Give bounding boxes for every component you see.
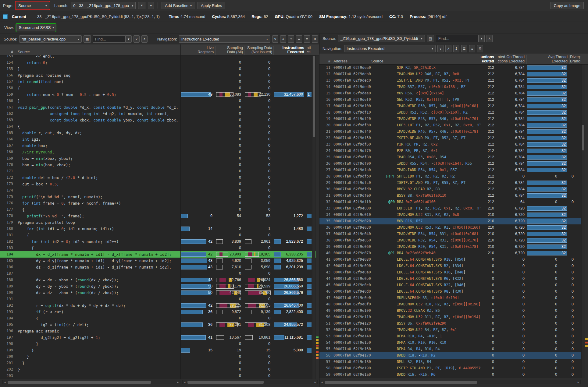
- sass-row[interactable]: 2700007fa0 62f9dfa0IMAD.IADD R54, R54, 0…: [319, 167, 588, 173]
- view-layout-button[interactable]: ▤: [84, 35, 91, 43]
- right-nav-prev-button[interactable]: ∧: [445, 45, 451, 52]
- column-header-predicated-cut[interactable]: aticti: [307, 46, 312, 54]
- source-row[interactable]: 196#pragma acc atomic: [0, 328, 319, 334]
- source-row[interactable]: 179#pragma acc parallel loop: [0, 219, 319, 226]
- source-row[interactable]: 175 printf("\n %d %d ", nconf, numatm);0…: [0, 194, 319, 200]
- sass-row[interactable]: 3700007fa0 62f9e040IMAD.WIDE R34, R54, R…: [319, 231, 588, 237]
- source-row[interactable]: 162 unsigned long long int *d_g2, int nu…: [0, 111, 319, 117]
- sass-row[interactable]: 3400007fa0 62f9e010IMAD.MOV.U32 R31, RZ,…: [319, 212, 588, 218]
- sass-row[interactable]: 4200007fa0 62f9e090LDG.E.64.CONSTANT.SYS…: [319, 263, 588, 269]
- source-row[interactable]: 176 for (int frame = 0; frame < nconf; f…: [0, 200, 319, 206]
- right-hscrollbar[interactable]: ◂ ▸: [319, 380, 581, 384]
- apply-rules-button[interactable]: Apply Rules: [198, 2, 225, 9]
- source-row[interactable]: 172 double del = box / (2.0 * d_bin);00: [0, 174, 319, 181]
- sass-row[interactable]: 4100007fa0 62f9e080LDG.E.64.CONSTANT.SYS…: [319, 256, 588, 263]
- sass-row[interactable]: 5600007fa0 62f9e170DADD R18, -R18, R2000…: [319, 352, 588, 359]
- sass-row[interactable]: 2800007fa0 62f9dfb0@!PT SHFL.IDX PT, RZ,…: [319, 173, 588, 180]
- left-nav-next-button[interactable]: ∨: [272, 35, 278, 43]
- sass-row[interactable]: 1700007fa0 62f9df00IMAD.WIDE R50, R57, R…: [319, 103, 588, 109]
- sass-row[interactable]: 5100007fa0 62f9e120BSSY B6, 0x7fa062f9e2…: [319, 320, 588, 327]
- source-row[interactable]: 159 return num < 0 ? num - 0.5 : num + 0…: [0, 91, 319, 98]
- right-find-input[interactable]: Find...: [436, 35, 479, 42]
- sass-row[interactable]: 4000007fa0 62f9e070@P1 BRA 0x7fa062f9eb4…: [319, 250, 588, 256]
- sass-row[interactable]: 2500007fa0 62f9df80IMAD R54, R3, 0x80, R…: [319, 154, 588, 160]
- source-row[interactable]: 164{00: [0, 123, 319, 130]
- source-row[interactable]: 178 printf("\n %d ", frame);954531,272: [0, 213, 319, 219]
- sass-row[interactable]: 4600007fa0 62f9e0d0LDG.E.64.CONSTANT.SYS…: [319, 288, 588, 295]
- source-row[interactable]: 155}00: [0, 66, 319, 72]
- column-header-avg-thread-executed[interactable]: Avg ThreadExecuted: [527, 55, 568, 63]
- left-find-options-button[interactable]: ▾: [126, 35, 132, 43]
- scroll-left-icon[interactable]: ◂: [3, 380, 7, 384]
- scroll-right-icon[interactable]: ▸: [176, 380, 180, 384]
- view-layout-button[interactable]: ▤: [427, 35, 434, 42]
- sass-row[interactable]: 4700007fa0 62f9e0e0MUFU.RCP64H R5, c[0x0…: [319, 295, 588, 301]
- left-navigation-select[interactable]: Instructions Executed▾: [179, 35, 270, 43]
- right-column-settings-button[interactable]: ⚙: [477, 45, 483, 52]
- source-row[interactable]: 193 if (r < cut)369,8729,1392,822,400: [0, 309, 319, 315]
- column-header-source[interactable]: Source: [18, 50, 30, 54]
- right-source-file-select[interactable]: _Z16pair_gpu_178_gpuPKdS0_S0_Pyiidddi▾: [338, 35, 425, 42]
- source-row[interactable]: 181 {00: [0, 232, 319, 238]
- sass-row[interactable]: 1400007fa0 62f9ded0IMAD R57, R57, c[0x0]…: [319, 84, 588, 90]
- source-row[interactable]: 165 double r, cut, dx, dy, dz;00: [0, 130, 319, 136]
- left-find-input[interactable]: Find...: [93, 35, 126, 43]
- source-row[interactable]: 188 dx = dx - xbox * (round(dx / xbox));…: [0, 277, 319, 283]
- sass-row[interactable]: 1100007fa0 62f9dea0S2R R3, SR_CTAID.X212…: [319, 65, 588, 71]
- left-jump-to-top-button[interactable]: ↥: [288, 35, 294, 43]
- scroll-right-icon[interactable]: ▸: [576, 380, 580, 384]
- column-header-source[interactable]: Source: [371, 59, 383, 63]
- sass-row[interactable]: 5000007fa0 62f9e110IMAD.MOV.U32 R11, RZ,…: [319, 314, 588, 320]
- sass-row[interactable]: 1600007fa0 62f9def0SEL R52, R52, 0xfffff…: [319, 97, 588, 103]
- right-find-options-button[interactable]: ▾: [479, 35, 485, 42]
- sass-row[interactable]: 2400007fa0 62f9df70P2R R0, PR, RZ, 0x121…: [319, 148, 588, 154]
- sass-row[interactable]: 5700007fa0 62f9e180DMUL R2, R18, R40000: [319, 359, 588, 365]
- source-row[interactable]: 195 ig2 = (int)(r / del);3637,29131,3082…: [0, 322, 319, 328]
- sass-row[interactable]: 3300007fa0 62f9e000LOP3.LUT P1, RZ, R52,…: [319, 205, 588, 212]
- source-row[interactable]: 153 << endl;: [0, 55, 319, 59]
- sass-row[interactable]: 5400007fa0 62f9e150DFMA R10, R10, R10, R…: [319, 340, 588, 346]
- left-find-prev-button[interactable]: ∧: [141, 35, 148, 43]
- sass-row[interactable]: 5300007fa0 62f9e140DFMA R10, R4, -R10, 1…: [319, 333, 588, 340]
- sass-row[interactable]: 4300007fa0 62f9e0a0LDG.E.64.CONSTANT.SYS…: [319, 269, 588, 276]
- source-row[interactable]: 185 dy = d_y[frame * numatm + id1] - d_y…: [0, 258, 319, 264]
- source-row[interactable]: 201 }00: [0, 360, 319, 366]
- left-vscroll-thumb[interactable]: [313, 56, 315, 137]
- left-find-next-button[interactable]: ∨: [134, 35, 140, 43]
- sass-row[interactable]: 2000007fa0 62f9df30LOP3.LUT P1, RZ, R52,…: [319, 122, 588, 128]
- column-header-instructions-executed[interactable]: InstructionsExecuted: [274, 46, 304, 54]
- column-header-predicated-thread[interactable]: ated-On Threadctions Executed: [495, 55, 525, 63]
- source-row[interactable]: 183 {00: [0, 245, 319, 251]
- source-row[interactable]: 198 }00: [0, 341, 319, 347]
- sass-row[interactable]: 2200007fa0 62f9df50ISETP.NE.AND P0, PT, …: [319, 135, 588, 141]
- source-row[interactable]: 189 dy = dy - ybox * (round(dy / ybox));…: [0, 283, 319, 290]
- source-row[interactable]: 156#pragma acc routine seq00: [0, 72, 319, 79]
- column-header-sampling-not-issued[interactable]: Sampling Data(Not Issued): [245, 46, 272, 54]
- source-row[interactable]: 173 cut = box * 0.5;00: [0, 181, 319, 187]
- sass-row[interactable]: 4800007fa0 62f9e0f0IMAD.MOV.U32 R10, RZ,…: [319, 301, 588, 308]
- sass-row[interactable]: 5900007fa0 62f9e1a0DADD R16, -R16, R6000…: [319, 371, 588, 378]
- source-row[interactable]: 177 {00: [0, 206, 319, 213]
- sass-row[interactable]: 4400007fa0 62f9e0b0LDG.E.64.CONSTANT.SYS…: [319, 276, 588, 282]
- sass-row[interactable]: 2100007fa0 62f9df40IMAD.WIDE R46, R57, R…: [319, 128, 588, 135]
- right-vertical-scrollbar[interactable]: [581, 65, 585, 378]
- left-nav-prev-button[interactable]: ∧: [280, 35, 286, 43]
- sass-row[interactable]: 2900007fa0 62f9dfc0ISETP.GT.AND P0, PT, …: [319, 180, 588, 186]
- left-source-hscrollbar[interactable]: ◂ ▸: [2, 380, 180, 384]
- hscroll-thumb[interactable]: [325, 381, 477, 384]
- copy-as-image-button[interactable]: Copy as Image: [551, 2, 584, 9]
- source-row[interactable]: 167 double box;00: [0, 142, 319, 149]
- column-header-instructions-executed[interactable]: uctionsecuted: [475, 55, 494, 63]
- sass-row[interactable]: 3800007fa0 62f9e050IMAD.WIDE R32, R54, R…: [319, 237, 588, 244]
- left-source-file-select[interactable]: rdf_parallel_directive.cpp▾: [19, 35, 82, 43]
- right-jump-to-top-button[interactable]: ↥: [453, 45, 459, 52]
- source-row[interactable]: 154 return 0;00: [0, 59, 319, 66]
- sass-row[interactable]: 5500007fa0 62f9e160DFMA R4, R4, R10, R40…: [319, 346, 588, 352]
- source-row[interactable]: 202}00: [0, 366, 319, 373]
- sass-row[interactable]: 3000007fa0 62f9dfd0BMOV.32.CLEAR RZ, B82…: [319, 186, 588, 192]
- sass-row[interactable]: 2600007fa0 62f9df90IADD3 R55, R54, -c[0x…: [319, 160, 588, 167]
- sass-row[interactable]: 1300007fa0 62f9dec0ISETP.LT.AND P0, PT, …: [319, 77, 588, 84]
- column-header-line[interactable]: #: [0, 50, 15, 54]
- sass-row[interactable]: 3900007fa0 62f9e060IMAD.WIDE R30, R54, R…: [319, 244, 588, 250]
- sass-row[interactable]: 1800007fa0 62f9df10IADD3 R52, R52, c[0x0…: [319, 109, 588, 116]
